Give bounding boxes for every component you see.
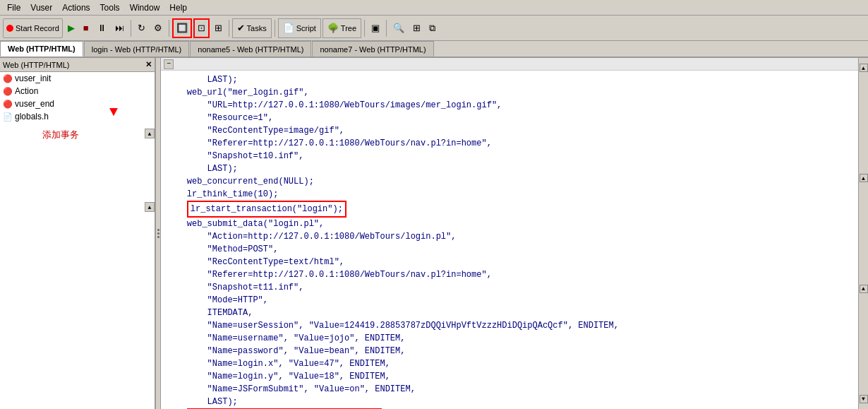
vuser-end-label: vuser_end	[15, 99, 54, 109]
vuser-init-label: vuser_init	[15, 73, 51, 83]
layout-btn[interactable]: ⊞	[409, 18, 424, 38]
stop-button[interactable]: ■	[80, 18, 92, 38]
code-line: web_url("mer_login.gif",	[167, 86, 852, 99]
tree-item-vuser-end[interactable]: 🔴 vuser_end	[0, 97, 155, 110]
right-scroll-up-1[interactable]: ▲	[860, 64, 868, 72]
code-line: "Name=username", "Value=jojo", ENDITEM,	[167, 332, 852, 345]
copy-icon: ⧉	[429, 23, 435, 32]
code-line: "URL=http://127.0.0.1:1080/WebTours/imag…	[167, 99, 852, 112]
tab-noname7[interactable]: noname7 - Web (HTTP/HTML)	[312, 41, 433, 57]
menu-window[interactable]: Window	[126, 2, 164, 13]
tree-item-vuser-init[interactable]: 🔴 vuser_init	[0, 72, 155, 85]
pause-button[interactable]: ⏸	[94, 18, 110, 38]
separator4	[275, 20, 275, 37]
separator5	[364, 20, 365, 37]
panel-splitter[interactable]	[155, 58, 161, 409]
left-panel: Web (HTTP/HTML) ✕ 🔴 vuser_init 🔴 Action …	[0, 58, 155, 409]
code-line: "Referer=http://127.0.0.1:1080/WebTours/…	[167, 137, 852, 150]
splitter-dot-3	[157, 236, 159, 238]
record-icon	[6, 25, 13, 32]
transaction-icon: 🔲	[176, 23, 188, 32]
tree-item-globals[interactable]: 📄 globals.h	[0, 110, 155, 123]
refresh-button[interactable]: ↻	[134, 18, 149, 38]
code-line: LAST);	[167, 162, 852, 175]
tab-web-http[interactable]: Web (HTTP/HTML)	[0, 41, 83, 57]
add-transaction-label: 添加事务	[42, 129, 79, 141]
code-line: ITEMDATA,	[167, 307, 852, 319]
menu-file[interactable]: File	[3, 2, 25, 13]
tasks-button[interactable]: ✔ Tasks	[232, 18, 272, 38]
code-line: "Referer=http://127.0.0.1:1080/WebTours/…	[167, 268, 852, 281]
globals-icon: 📄	[3, 112, 13, 121]
script-icon: 📄	[283, 23, 294, 32]
code-line: "Method=POST",	[167, 243, 852, 256]
tab4-label: noname7 - Web (HTTP/HTML)	[320, 45, 426, 54]
compile-icon: ⚙	[154, 23, 162, 32]
action-icon: 🔴	[3, 87, 13, 96]
run-button[interactable]: ▶	[64, 18, 78, 38]
code-line: "Resource=1",	[167, 112, 852, 124]
layout-icon: ⊞	[413, 23, 421, 32]
left-scroll-down[interactable]: ▲	[145, 202, 155, 212]
refresh-icon: ↻	[138, 23, 145, 32]
step-button[interactable]: ⏭	[111, 18, 128, 38]
toolbar: Start Record ▶ ■ ⏸ ⏭ ↻ ⚙ 🔲 ⊡ ⊞ ✔ Tasks 📄…	[0, 16, 868, 41]
code-line: "Name=login.y", "Value=18", ENDITEM,	[167, 370, 852, 383]
tab2-label: login - Web (HTTP/HTML)	[92, 45, 182, 54]
view-btn-1[interactable]: ▣	[368, 18, 383, 38]
splitter-dot-1	[157, 229, 159, 231]
action-label: Action	[15, 86, 38, 96]
tree-item-action[interactable]: 🔴 Action	[0, 85, 155, 97]
left-scroll-up[interactable]: ▲	[145, 129, 155, 138]
right-scroll-up-3[interactable]: ▲	[860, 285, 868, 293]
tree-close-button[interactable]: ✕	[145, 60, 152, 69]
tree-button[interactable]: 🌳 Tree	[323, 18, 361, 38]
step-icon: ⏭	[115, 23, 124, 32]
tree-label: Tree	[341, 24, 356, 32]
stop-icon: ■	[83, 23, 89, 32]
code-line: LAST);	[167, 396, 852, 408]
lr-start-transaction: lr_start_transaction("login");	[187, 201, 346, 218]
tab-login[interactable]: login - Web (HTTP/HTML)	[84, 41, 190, 57]
down-arrow-annotation: ▼	[109, 104, 118, 120]
menu-actions[interactable]: Actions	[58, 2, 94, 13]
copy-btn[interactable]: ⧉	[426, 18, 439, 38]
tasks-label: Tasks	[247, 24, 267, 32]
tab1-label: Web (HTTP/HTML)	[8, 45, 76, 53]
compile-button[interactable]: ⚙	[150, 18, 166, 38]
play-icon: ▶	[68, 23, 75, 32]
code-line: "Action=http://127.0.0.1:1080/WebTours/l…	[167, 230, 852, 243]
code-controls-row: −	[161, 58, 858, 71]
main-content: Web (HTTP/HTML) ✕ 🔴 vuser_init 🔴 Action …	[0, 58, 868, 409]
zoom-btn[interactable]: 🔍	[390, 18, 408, 38]
code-line: web_submit_data("login.pl",	[167, 218, 852, 230]
menu-bar: File Vuser Actions Tools Window Help	[0, 0, 868, 16]
tasks-icon: ✔	[237, 23, 245, 32]
pause-icon: ⏸	[97, 23, 107, 32]
icon-btn-2[interactable]: ⊡	[193, 18, 210, 38]
start-record-label: Start Record	[16, 24, 59, 32]
script-button[interactable]: 📄 Script	[278, 18, 321, 38]
code-container: LAST); web_url("mer_login.gif", "URL=htt…	[161, 71, 858, 409]
start-record-button[interactable]: Start Record	[3, 18, 63, 38]
right-scroll-down-1[interactable]: ▼	[860, 395, 868, 403]
collapse-code-btn[interactable]: −	[164, 59, 174, 69]
tree-icon: 🌳	[327, 23, 339, 32]
code-body[interactable]: LAST); web_url("mer_login.gif", "URL=htt…	[161, 71, 858, 409]
code-line: "Name=login.x", "Value=47", ENDITEM,	[167, 357, 852, 370]
separator6	[386, 20, 387, 37]
icon-btn-3[interactable]: ⊞	[211, 18, 226, 38]
menu-vuser[interactable]: Vuser	[26, 2, 56, 13]
menu-help[interactable]: Help	[165, 2, 191, 13]
tab3-label: noname5 - Web (HTTP/HTML)	[198, 45, 303, 54]
code-line: "Name=password", "Value=bean", ENDITEM,	[167, 345, 852, 357]
code-line: "Name=JSFormSubmit", "Value=on", ENDITEM…	[167, 383, 852, 396]
tab-bar: Web (HTTP/HTML) login - Web (HTTP/HTML) …	[0, 41, 868, 58]
right-scroll-up-2[interactable]: ▲	[860, 174, 868, 182]
code-line: "Name=userSession", "Value=124419.288537…	[167, 319, 852, 332]
code-line: "RecContentType=image/gif",	[167, 124, 852, 137]
tab-noname5[interactable]: noname5 - Web (HTTP/HTML)	[190, 41, 311, 57]
menu-tools[interactable]: Tools	[96, 2, 124, 13]
code-line: "RecContentType=text/html",	[167, 256, 852, 268]
icon-btn-1[interactable]: 🔲	[172, 18, 192, 38]
